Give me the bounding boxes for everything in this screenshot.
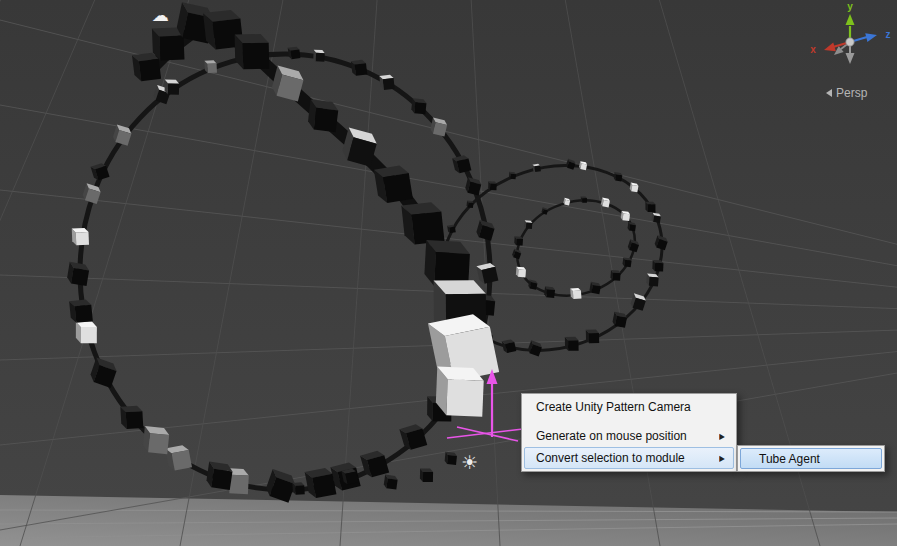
menu-item-label: Generate on mouse position [536,429,687,443]
menu-item-label: Convert selection to module [536,451,685,465]
persp-label: Persp [836,86,867,100]
context-menu: Create Unity Pattern Camera Generate on … [521,393,737,472]
menu-item-convert-selection-to-module[interactable]: Convert selection to module ▶ [524,447,734,469]
menu-item-label: Create Unity Pattern Camera [536,400,691,414]
menu-separator [524,418,734,425]
axis-x-label: x [810,44,816,55]
axis-y-cone[interactable]: y [846,1,855,42]
persp-toggle[interactable]: Persp [826,86,867,100]
axis-z-label: z [886,29,891,40]
menu-item-create-unity-pattern-camera[interactable]: Create Unity Pattern Camera [524,396,734,418]
submenu-arrow-icon: ▶ [719,432,725,441]
unity-scene-view: ☁ ☀ x z y Persp [0,0,897,546]
menu-item-tube-agent[interactable]: Tube Agent [740,448,882,469]
menu-item-generate-on-mouse-position[interactable]: Generate on mouse position ▶ [524,425,734,447]
axis-x-cone[interactable]: x [810,42,850,55]
submenu-arrow-icon: ▶ [719,454,725,463]
axis-y-label: y [847,1,853,12]
orientation-gizmo[interactable]: x z y [800,0,897,78]
cloud-icon[interactable]: ☁ [152,7,169,24]
sun-light-gizmo-icon[interactable]: ☀ [461,453,478,472]
menu-item-label: Tube Agent [759,452,820,466]
context-submenu: Tube Agent [737,445,885,472]
axis-z-cone[interactable]: z [850,29,891,42]
persp-arrow-icon [826,89,832,97]
axis-center-sphere[interactable] [846,38,854,46]
